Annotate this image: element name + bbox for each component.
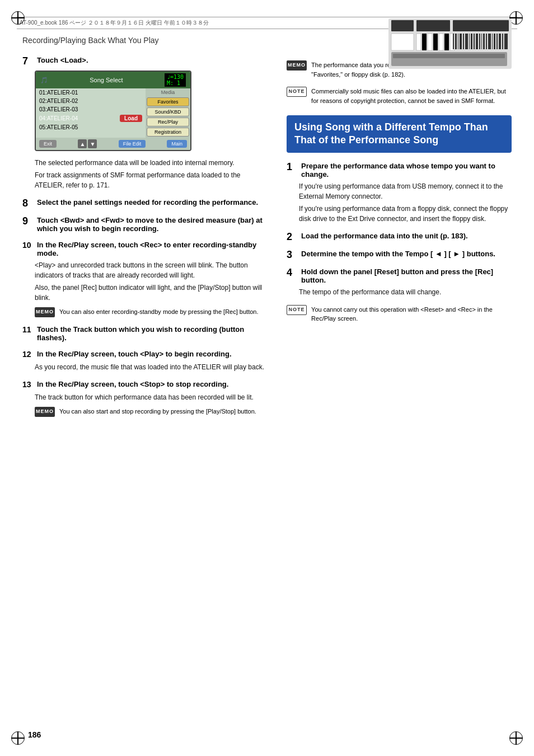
screen-body: 01:ATELIER-01 02:ATELIER-02 03:ATELIER-0… (36, 88, 190, 138)
song-item-01[interactable]: 01:ATELIER-01 (36, 88, 146, 97)
step-12-block: 12 In the Rec/Play screen, touch <Play> … (22, 350, 270, 372)
right-step-1-number: 1 (287, 162, 299, 172)
step-8-number: 8 (22, 198, 35, 208)
header-strip-text: AT-900_e.book 186 ページ ２０１８年９月１６日 火曜日 午前１… (20, 20, 209, 26)
svg-rect-28 (494, 34, 495, 49)
main-button[interactable]: Main (167, 140, 187, 148)
screen-header: 🎵 Song Select ♩=130 M: 1 (36, 72, 190, 88)
step-8-header: 8 Select the panel settings needed for r… (22, 198, 270, 208)
step-10-label: In the Rec/Play screen, touch <Rec> to e… (37, 241, 270, 257)
svg-rect-34 (393, 54, 505, 58)
right-note-icon-bottom: NOTE (287, 305, 307, 315)
right-step-1-block: 1 Prepare the performance data whose tem… (287, 162, 512, 224)
right-note-text1: Commercially sold music files can also b… (311, 87, 512, 105)
right-note-icon: NOTE (287, 87, 307, 97)
step-7-block: 7 Touch <Load>. 🎵 Song Select ♩=130 M: 1 (22, 56, 270, 190)
step-13-memo: MEMO You can also start and stop recordi… (35, 407, 270, 417)
side-buttons: Media Favorites Sound/KBD Rec/Play Regis… (146, 88, 190, 138)
step-12-body: As you record, the music file that was l… (35, 362, 270, 372)
tempo-display: ♩=130 M: 1 (165, 73, 186, 87)
svg-rect-12 (453, 34, 454, 49)
right-note-top: NOTE Commercially sold music files can a… (287, 87, 512, 105)
song-item-03[interactable]: 03:ATELIER-03 (36, 105, 146, 114)
step-10-block: 10 In the Rec/Play screen, touch <Rec> t… (22, 241, 270, 317)
right-step-1-label: Prepare the performance data whose tempo… (301, 162, 512, 179)
right-memo-icon: MEMO (287, 60, 307, 71)
right-column: MEMO The performance data you recorded c… (287, 56, 512, 425)
screen-title: Song Select (90, 77, 123, 83)
step-11-header: 11 Touch the Track button which you wish… (22, 325, 270, 342)
page-number: 186 (28, 730, 41, 739)
song-item-04[interactable]: 04:ATELIER-04 Load (36, 114, 146, 123)
step-10-header: 10 In the Rec/Play screen, touch <Rec> t… (22, 241, 270, 257)
step-9-number: 9 (22, 216, 35, 226)
song-item-05[interactable]: 05:ATELIER-05 (36, 123, 146, 132)
arrow-down-button[interactable]: ▼ (88, 139, 97, 148)
file-edit-button[interactable]: File Edit (119, 140, 146, 148)
registration-mark-bl (11, 731, 25, 745)
step-12-number: 12 (22, 350, 35, 359)
step-13-body: The track button for which performance d… (35, 392, 270, 402)
svg-rect-7 (428, 34, 432, 50)
svg-rect-24 (483, 34, 485, 49)
step-8-block: 8 Select the panel settings needed for r… (22, 198, 270, 208)
step-9-header: 9 Touch <Bwd> and <Fwd> to move to the d… (22, 216, 270, 233)
step-10-body: <Play> and unrecorded track buttons in t… (35, 260, 270, 303)
registration-mark-br (509, 731, 523, 745)
step-11-number: 11 (22, 325, 35, 335)
exit-button[interactable]: Exit (39, 140, 57, 148)
arrow-up-button[interactable]: ▲ (78, 139, 87, 148)
step-8-label: Select the panel settings needed for rec… (37, 198, 258, 206)
svg-rect-20 (474, 34, 475, 49)
step-9-label: Touch <Bwd> and <Fwd> to move to the des… (37, 216, 270, 233)
step-10-memo-text: You can also enter recording-standby mod… (59, 307, 258, 317)
song-select-icon: 🎵 (40, 77, 48, 84)
memo-icon-13: MEMO (35, 407, 55, 417)
svg-rect-22 (479, 34, 480, 49)
song-list: 01:ATELIER-01 02:ATELIER-02 03:ATELIER-0… (36, 88, 146, 138)
step-13-header: 13 In the Rec/Play screen, touch <Stop> … (22, 380, 270, 389)
favorites-button[interactable]: Favorites (147, 97, 189, 106)
right-step-4-header: 4 Hold down the panel [Reset] button and… (287, 267, 512, 284)
svg-rect-6 (422, 34, 427, 50)
svg-rect-29 (496, 34, 498, 49)
right-step-2-number: 2 (287, 232, 299, 242)
rec-play-button[interactable]: Rec/Play (147, 118, 189, 126)
right-note-text2: You cannot carry out this operation with… (311, 305, 512, 323)
svg-rect-31 (502, 34, 503, 49)
step-12-label: In the Rec/Play screen, touch <Play> to … (37, 350, 232, 358)
sound-kbd-button[interactable]: Sound/KBD (147, 107, 189, 116)
step-10-number: 10 (22, 241, 35, 250)
svg-rect-16 (463, 34, 464, 49)
svg-rect-14 (458, 34, 458, 49)
svg-rect-10 (444, 34, 449, 50)
right-step-4-label: Hold down the panel [Reset] button and p… (301, 267, 512, 284)
right-step-4-block: 4 Hold down the panel [Reset] button and… (287, 267, 512, 297)
step-7-label: Touch <Load>. (37, 56, 88, 64)
right-step-4-number: 4 (287, 267, 299, 278)
media-label: Media (147, 90, 189, 95)
right-note-bottom: NOTE You cannot carry out this operation… (287, 305, 512, 323)
song-select-screen: 🎵 Song Select ♩=130 M: 1 01:ATELIER-01 0… (35, 71, 191, 151)
song-item-04-label: 04:ATELIER-04 (39, 115, 78, 121)
step-13-block: 13 In the Rec/Play screen, touch <Stop> … (22, 380, 270, 417)
load-button[interactable]: Load (120, 115, 142, 122)
right-step-3-header: 3 Determine the tempo with the Tempo [ ◄… (287, 250, 512, 260)
svg-rect-21 (476, 34, 478, 49)
song-item-02[interactable]: 02:ATELIER-02 (36, 97, 146, 105)
right-step-4-body: The tempo of the performance data will c… (299, 287, 512, 297)
svg-rect-23 (481, 34, 482, 49)
right-step-1-header: 1 Prepare the performance data whose tem… (287, 162, 512, 179)
right-step-3-label: Determine the tempo with the Tempo [ ◄ ]… (301, 250, 495, 258)
svg-rect-2 (416, 20, 450, 31)
svg-rect-19 (471, 34, 472, 49)
right-step-2-label: Load the performance data into the unit … (301, 232, 468, 240)
svg-rect-25 (486, 34, 487, 49)
svg-rect-32 (504, 34, 508, 49)
blue-heading-text: Using Song with a Different Tempo Than T… (294, 121, 488, 145)
registration-button[interactable]: Registration (147, 128, 189, 137)
svg-rect-3 (453, 20, 509, 31)
page-content: 7 Touch <Load>. 🎵 Song Select ♩=130 M: 1 (22, 56, 512, 425)
right-step-3-number: 3 (287, 250, 299, 260)
step-7-body1: The selected performance data will be lo… (35, 158, 270, 190)
